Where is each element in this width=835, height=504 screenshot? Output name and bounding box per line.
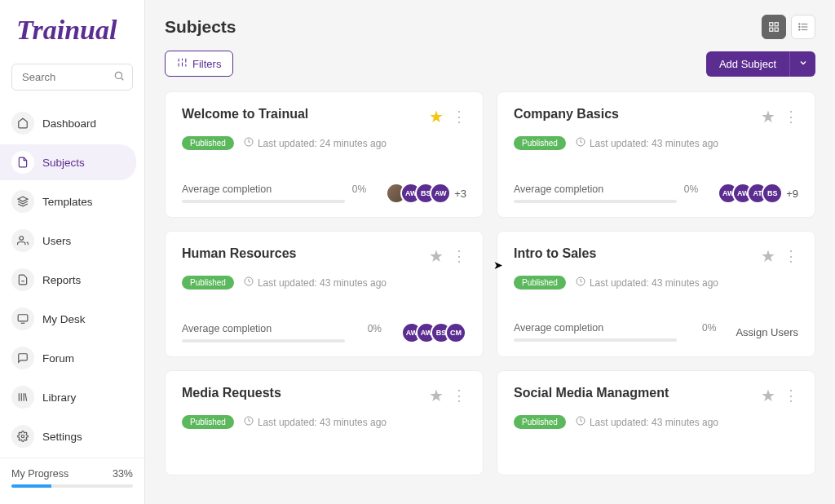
card-more-icon[interactable]: ⋮ [784, 247, 798, 265]
sidebar-item-label: Dashboard [42, 117, 96, 130]
sidebar-item-label: Templates [42, 196, 93, 208]
svg-point-0 [115, 72, 121, 78]
add-subject-dropdown[interactable] [789, 51, 815, 77]
search-icon [113, 70, 125, 85]
completion-label: Average completion [514, 183, 684, 195]
svg-point-3 [20, 237, 24, 241]
search-box [11, 64, 133, 91]
status-badge: Published [182, 276, 234, 290]
add-subject-button[interactable]: Add Subject [706, 51, 789, 77]
last-updated: Last updated: 43 minutes ago [576, 276, 718, 289]
avatar-stack[interactable]: AWAWBSCM [401, 322, 466, 343]
avatar-more-count: +9 [786, 188, 798, 200]
card-meta: Published Last updated: 43 minutes ago [514, 276, 798, 290]
sidebar-item-label: Forum [42, 352, 74, 365]
card-more-icon[interactable]: ⋮ [452, 387, 466, 405]
star-icon[interactable]: ★ [761, 107, 775, 126]
card-more-icon[interactable]: ⋮ [784, 108, 798, 126]
nav: Dashboard Subjects Templates Users Repor… [0, 105, 144, 458]
subject-card[interactable]: Media Requests ★ ⋮ Published Last update… [165, 370, 484, 475]
card-actions: ★ ⋮ [761, 107, 798, 126]
svg-rect-15 [770, 28, 773, 31]
star-icon[interactable]: ★ [429, 386, 444, 405]
card-header: Intro to Sales ★ ⋮ [514, 246, 798, 266]
monitor-icon [11, 307, 34, 330]
avatar-stack[interactable]: AWBSAW+3 [386, 183, 466, 204]
clock-icon [244, 137, 254, 149]
sidebar-item-settings[interactable]: Settings [0, 418, 144, 454]
sidebar-item-subjects[interactable]: Subjects [0, 144, 136, 180]
card-actions: ★ ⋮ [429, 246, 466, 266]
card-more-icon[interactable]: ⋮ [452, 247, 466, 265]
completion-label: Average completion [514, 322, 702, 334]
star-icon[interactable]: ★ [429, 107, 444, 126]
subject-card[interactable]: Human Resources ★ ⋮ Published Last updat… [165, 231, 484, 357]
users-icon [11, 229, 34, 252]
completion-label: Average completion [182, 323, 368, 334]
sidebar-item-reports[interactable]: Reports [0, 262, 144, 298]
sidebar-item-library[interactable]: Library [0, 379, 144, 415]
star-icon[interactable]: ★ [761, 246, 775, 266]
sidebar-item-label: Library [42, 391, 76, 404]
card-title: Company Basics [514, 107, 619, 122]
subject-card[interactable]: Intro to Sales ★ ⋮ Published Last update… [497, 231, 815, 357]
layers-icon [11, 190, 34, 213]
avatar: AW [430, 183, 451, 204]
grid-view-button[interactable] [762, 15, 786, 39]
card-meta: Published Last updated: 43 minutes ago [182, 276, 466, 290]
sidebar: Trainual Dashboard Subjects Templates Us… [0, 0, 145, 504]
status-badge: Published [514, 136, 566, 150]
filters-label: Filters [192, 58, 221, 70]
card-more-icon[interactable]: ⋮ [452, 108, 466, 126]
card-header: Company Basics ★ ⋮ [514, 107, 798, 126]
last-updated: Last updated: 43 minutes ago [576, 416, 718, 428]
assign-users-link[interactable]: Assign Users [736, 326, 798, 338]
card-header: Media Requests ★ ⋮ [182, 386, 466, 405]
card-meta: Published Last updated: 43 minutes ago [182, 415, 466, 429]
completion-bar [182, 200, 345, 203]
subject-card[interactable]: Social Media Managment ★ ⋮ Published Las… [497, 370, 815, 475]
avatar: BS [762, 183, 783, 204]
completion-bar [514, 338, 677, 342]
card-more-icon[interactable]: ⋮ [784, 387, 798, 405]
completion-percent: 0% [684, 183, 698, 195]
sidebar-item-templates[interactable]: Templates [0, 183, 144, 219]
completion-percent: 0% [352, 183, 366, 195]
card-actions: ★ ⋮ [761, 246, 798, 266]
subject-card[interactable]: Company Basics ★ ⋮ Published Last update… [497, 91, 815, 218]
subject-card[interactable]: Welcome to Trainual ★ ⋮ Published Last u… [165, 91, 484, 218]
sidebar-item-dashboard[interactable]: Dashboard [0, 105, 144, 141]
sidebar-item-users[interactable]: Users [0, 223, 144, 259]
clock-icon [244, 276, 254, 289]
svg-point-19 [799, 24, 800, 24]
sidebar-item-forum[interactable]: Forum [0, 340, 144, 376]
view-toggle [762, 15, 815, 39]
main-content: Subjects Filters Add Subject Welcome to … [145, 0, 835, 504]
card-actions: ★ ⋮ [429, 107, 466, 126]
star-icon[interactable]: ★ [761, 386, 775, 405]
sidebar-item-label: Users [42, 235, 71, 247]
sidebar-item-mydesk[interactable]: My Desk [0, 301, 144, 337]
card-title: Welcome to Trainual [182, 107, 308, 122]
card-meta: Published Last updated: 43 minutes ago [514, 136, 798, 150]
card-footer: Average completion 0% AWBSAW+3 [182, 183, 466, 204]
add-subject-group: Add Subject [706, 51, 815, 77]
svg-rect-5 [18, 315, 28, 321]
chevron-down-icon [798, 58, 808, 70]
sidebar-item-label: Subjects [42, 157, 85, 169]
card-meta: Published Last updated: 43 minutes ago [514, 415, 798, 429]
star-icon[interactable]: ★ [429, 246, 444, 266]
completion-bar [182, 339, 345, 343]
sliders-icon [177, 57, 188, 70]
svg-point-11 [21, 435, 24, 438]
avatar-stack[interactable]: AWAWATBS+9 [718, 183, 798, 204]
filters-button[interactable]: Filters [165, 51, 233, 77]
svg-point-20 [799, 26, 800, 27]
card-title: Social Media Managment [514, 386, 669, 400]
clock-icon [576, 276, 585, 289]
svg-rect-14 [775, 28, 778, 31]
my-progress-label: My Progress [11, 468, 68, 480]
completion-bar [514, 200, 677, 203]
svg-line-1 [121, 77, 124, 80]
list-view-button[interactable] [791, 15, 815, 39]
